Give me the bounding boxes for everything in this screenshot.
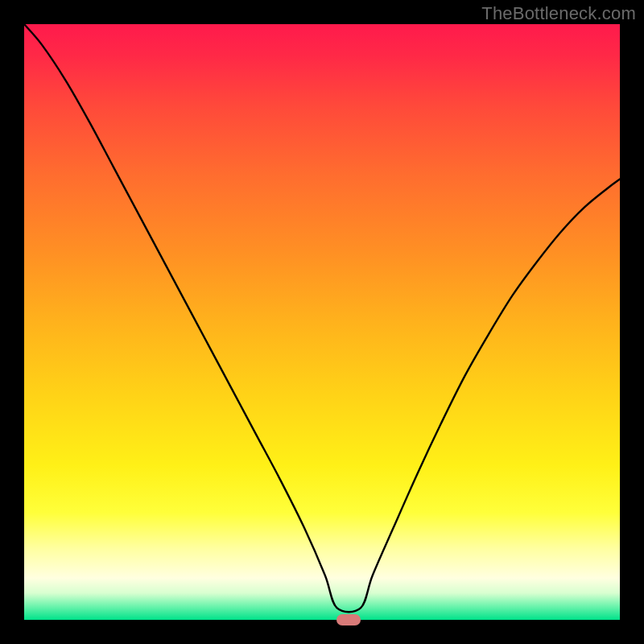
chart-frame: TheBottleneck.com	[0, 0, 644, 644]
plot-area	[24, 24, 620, 620]
watermark-text: TheBottleneck.com	[481, 3, 636, 24]
bottleneck-minimum-marker	[336, 614, 361, 625]
